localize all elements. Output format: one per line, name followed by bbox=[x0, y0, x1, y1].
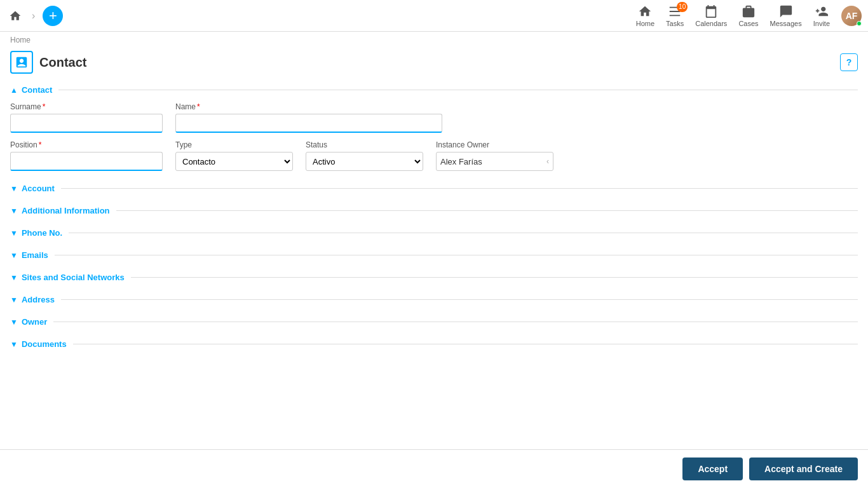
calendars-icon bbox=[704, 4, 718, 18]
section-sites-title: Sites and Social Networks bbox=[22, 273, 125, 282]
breadcrumb: Home bbox=[0, 32, 868, 46]
plus-icon: + bbox=[49, 8, 57, 24]
section-phone-header[interactable]: ▼ Phone No. bbox=[10, 222, 858, 241]
chevron-up-icon: ▲ bbox=[10, 86, 18, 95]
section-owner: ▼ Owner bbox=[10, 311, 858, 330]
section-emails-title: Emails bbox=[22, 250, 48, 260]
page-title: Contact bbox=[39, 55, 86, 70]
name-label: Name* bbox=[175, 102, 442, 111]
home-icon bbox=[638, 4, 652, 18]
section-divider-account bbox=[61, 188, 858, 189]
section-contact-header[interactable]: ▲ Contact bbox=[10, 79, 858, 98]
section-divider-phone bbox=[69, 233, 858, 233]
user-avatar-container[interactable]: AF bbox=[841, 6, 862, 26]
section-address-header[interactable]: ▼ Address bbox=[10, 288, 858, 308]
nav-tasks-label: Tasks bbox=[666, 20, 684, 27]
help-button[interactable]: ? bbox=[840, 53, 858, 71]
section-divider-sites bbox=[131, 277, 858, 278]
type-select[interactable]: Contacto Lead Cliente bbox=[175, 152, 293, 171]
section-additional-title: Additional Information bbox=[22, 206, 110, 215]
form-content: ▲ Contact Surname* Name* Posi bbox=[0, 79, 868, 353]
name-group: Name* bbox=[175, 102, 442, 133]
page-icon bbox=[10, 51, 33, 74]
surname-group: Surname* bbox=[10, 102, 163, 133]
section-documents-title: Documents bbox=[22, 339, 67, 349]
nav-calendars[interactable]: Calendars bbox=[695, 4, 727, 27]
section-divider-documents bbox=[73, 344, 858, 344]
section-divider-owner bbox=[53, 322, 858, 322]
section-emails: ▼ Emails bbox=[10, 244, 858, 264]
instance-owner-field[interactable]: Alex Farías ‹ bbox=[436, 152, 553, 171]
section-sites: ▼ Sites and Social Networks bbox=[10, 266, 858, 286]
section-additional-header[interactable]: ▼ Additional Information bbox=[10, 200, 858, 219]
chevron-down-icon-phone: ▼ bbox=[10, 229, 18, 238]
nav-cases[interactable]: Cases bbox=[738, 4, 758, 27]
surname-input[interactable] bbox=[10, 114, 163, 133]
position-input[interactable] bbox=[10, 152, 163, 171]
nav-home[interactable]: Home bbox=[636, 4, 654, 27]
page-header: Contact ? bbox=[0, 46, 868, 79]
instance-owner-label: Instance Owner bbox=[436, 140, 553, 149]
tasks-badge: 10 bbox=[677, 2, 688, 12]
section-address-title: Address bbox=[22, 295, 55, 304]
nav-invite[interactable]: Invite bbox=[813, 4, 830, 27]
section-account-title: Account bbox=[22, 184, 55, 193]
section-sites-header[interactable]: ▼ Sites and Social Networks bbox=[10, 266, 858, 286]
name-input[interactable] bbox=[175, 114, 442, 133]
chevron-down-icon-sites: ▼ bbox=[10, 273, 18, 282]
nav-tasks[interactable]: 10 Tasks bbox=[666, 4, 684, 27]
contact-form-icon bbox=[15, 55, 29, 69]
section-emails-header[interactable]: ▼ Emails bbox=[10, 244, 858, 264]
nav-messages[interactable]: Messages bbox=[770, 4, 802, 27]
section-documents-header[interactable]: ▼ Documents bbox=[10, 333, 858, 353]
status-group: Status Activo Inactivo bbox=[306, 140, 423, 171]
chevron-down-icon-account: ▼ bbox=[10, 184, 18, 193]
add-button[interactable]: + bbox=[43, 6, 63, 26]
section-contact-title: Contact bbox=[22, 85, 52, 95]
nav-calendars-label: Calendars bbox=[695, 20, 727, 27]
form-row-2: Position* Type Contacto Lead Cliente Sta… bbox=[10, 137, 858, 175]
section-address: ▼ Address bbox=[10, 288, 858, 308]
online-indicator bbox=[857, 21, 862, 26]
top-navigation: › + Home 10 Tasks Calendars Cases Messag… bbox=[0, 0, 868, 32]
status-select[interactable]: Activo Inactivo bbox=[306, 152, 423, 171]
section-owner-header[interactable]: ▼ Owner bbox=[10, 311, 858, 330]
section-account-header[interactable]: ▼ Account bbox=[10, 177, 858, 197]
chevron-down-icon-documents: ▼ bbox=[10, 340, 18, 349]
section-divider-address bbox=[61, 299, 858, 300]
instance-owner-group: Instance Owner Alex Farías ‹ bbox=[436, 140, 553, 171]
forward-icon[interactable]: › bbox=[29, 8, 37, 24]
messages-icon bbox=[779, 4, 793, 18]
cases-icon bbox=[742, 4, 756, 18]
surname-label: Surname* bbox=[10, 102, 163, 111]
home-nav-icon[interactable] bbox=[6, 7, 24, 25]
invite-icon bbox=[815, 4, 829, 18]
chevron-down-icon-owner: ▼ bbox=[10, 318, 18, 327]
type-group: Type Contacto Lead Cliente bbox=[175, 140, 293, 171]
instance-owner-value: Alex Farías bbox=[440, 157, 482, 166]
section-documents: ▼ Documents bbox=[10, 333, 858, 353]
nav-left: › + bbox=[6, 6, 63, 26]
section-additional: ▼ Additional Information bbox=[10, 200, 858, 219]
chevron-down-icon-address: ▼ bbox=[10, 295, 18, 304]
section-phone-title: Phone No. bbox=[22, 228, 62, 238]
nav-home-label: Home bbox=[636, 20, 654, 27]
section-phone: ▼ Phone No. bbox=[10, 222, 858, 241]
nav-right: Home 10 Tasks Calendars Cases Messages I… bbox=[636, 4, 862, 27]
type-label: Type bbox=[175, 140, 293, 149]
section-divider-additional bbox=[116, 210, 858, 211]
position-label: Position* bbox=[10, 140, 163, 149]
chevron-down-icon-additional: ▼ bbox=[10, 207, 18, 215]
nav-messages-label: Messages bbox=[770, 20, 802, 27]
chevron-down-icon-emails: ▼ bbox=[10, 251, 18, 260]
nav-cases-label: Cases bbox=[738, 20, 758, 27]
section-contact: ▲ Contact Surname* Name* Posi bbox=[10, 79, 858, 175]
section-owner-title: Owner bbox=[22, 317, 47, 327]
form-row-1: Surname* Name* bbox=[10, 98, 858, 137]
status-label: Status bbox=[306, 140, 423, 149]
section-divider bbox=[58, 90, 858, 90]
nav-invite-label: Invite bbox=[813, 20, 830, 27]
section-account: ▼ Account bbox=[10, 177, 858, 197]
section-divider-emails bbox=[55, 255, 858, 255]
position-group: Position* bbox=[10, 140, 163, 171]
